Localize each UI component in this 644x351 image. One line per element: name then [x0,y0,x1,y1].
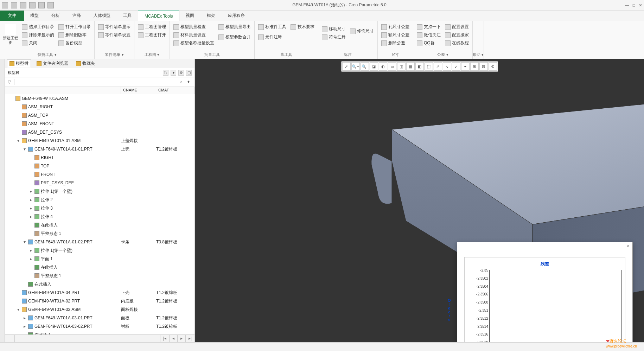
ribbon-smallbtn[interactable]: 技术要求 [291,23,314,31]
tree-row[interactable]: ASM_RIGHT [5,103,195,111]
ribbon-smallbtn[interactable]: 孔尺寸公差 [381,23,409,31]
filter-icon[interactable]: ▽ [8,79,13,84]
search-clear-icon[interactable]: × [179,79,184,84]
tree-tool-2-icon[interactable]: ▾ [171,70,176,76]
view-tool-12-icon[interactable]: ↙ [452,62,460,71]
ribbon-smallbtn[interactable]: 零件清单设置 [98,31,130,39]
tree-row[interactable]: ▾GEM-F649-WT01A-01.ASM上盖焊接 [5,136,195,145]
ribbon-smallbtn[interactable]: 工程图管理 [138,23,166,31]
ribbon-smallbtn[interactable]: 元件注释 [258,33,286,41]
view-tool-11-icon[interactable]: ↘ [443,62,451,71]
tree-row[interactable]: 在此插入 [5,263,195,272]
tree-row[interactable]: ▸拉伸 2 [5,196,195,204]
3d-viewport[interactable]: ⤢🔍+🔍-◪◐▭◫▦◧⬚↗↘↙✦⊞⊡⟲ [195,59,644,342]
ribbon-smallbtn[interactable]: 轴尺寸公差 [381,31,409,39]
menu-item-7[interactable]: 框架 [200,11,222,21]
ribbon-smallbtn[interactable]: 符号注释 [322,33,346,41]
expander-icon[interactable]: ▸ [29,214,33,219]
tree-row[interactable]: ▸GEM-F649-WT01A-03-01.PRT面板T1.2镀锌板 [5,314,195,322]
bottom-tab-1[interactable] [5,335,15,342]
sidebar-tab-1[interactable]: 文件夹浏览器 [34,60,70,67]
tree-row[interactable]: ASM_TOP [5,111,195,120]
menu-item-1[interactable]: 分析 [45,11,66,21]
expander-icon[interactable]: ▸ [23,315,27,320]
tree-row[interactable]: ▸拉伸 1(第一个壁) [5,187,195,196]
ribbon-smallbtn[interactable]: 零件清单显示 [98,23,130,31]
ribbon-smallbtn[interactable]: 配置设置 [445,23,469,31]
ribbon-smallbtn[interactable]: 备份模型 [58,39,91,47]
tree-row[interactable]: FRONT [5,170,195,179]
menu-file[interactable]: 文件 [0,11,24,21]
view-tool-2-icon[interactable]: 🔍- [361,62,369,71]
ribbon-smallbtn[interactable]: 工程图打开 [138,31,166,39]
maximize-icon[interactable]: □ [633,3,635,8]
tree-row[interactable]: ▸平面 1 [5,255,195,263]
ribbon-smallbtn[interactable]: 关闭 [22,39,54,47]
tree-row[interactable]: GEM-F649-WT01A-02.PRT内底板T1.2镀锌板 [5,297,195,305]
view-tool-14-icon[interactable]: ⊞ [470,62,479,71]
tree-row[interactable]: RIGHT [5,153,195,162]
menu-item-0[interactable]: 模型 [24,11,45,21]
tree-row[interactable]: ▸GEM-F649-WT01A-03-02.PRT衬板T1.2镀锌板 [5,322,195,331]
view-tool-9-icon[interactable]: ⬚ [425,62,433,71]
expander-icon[interactable]: ▸ [29,206,33,211]
ribbon-smallbtn[interactable]: 材料批量设置 [173,31,214,39]
ribbon-smallbtn[interactable]: 选择工作目录 [22,23,54,31]
view-tool-4-icon[interactable]: ◐ [379,62,387,71]
ribbon-smallbtn[interactable]: 标准件工具 [258,23,286,31]
expander-icon[interactable]: ▾ [23,240,27,244]
view-tool-0-icon[interactable]: ⤢ [342,62,351,71]
view-tool-13-icon[interactable]: ✦ [461,62,470,71]
menu-item-2[interactable]: 注释 [66,11,87,21]
qat-regen-icon[interactable] [29,2,36,8]
tree-row[interactable]: 在此插入 [5,280,195,288]
qat-redo-icon[interactable] [20,2,26,8]
qat-windows-icon[interactable] [38,2,45,8]
tree-row[interactable]: PRT_CSYS_DEF [5,179,195,187]
ribbon-smallbtn[interactable]: 模型批量导出 [218,23,251,31]
view-tool-7-icon[interactable]: ▦ [406,62,415,71]
expander-icon[interactable]: ▾ [16,138,20,143]
tree-row[interactable]: ASM_DEF_CSYS [5,128,195,136]
view-tool-8-icon[interactable]: ◧ [415,62,424,71]
view-tool-1-icon[interactable]: 🔍+ [351,62,360,71]
menu-item-8[interactable]: 应用程序 [222,11,251,21]
tree-row[interactable]: ▸拉伸 1(第一个壁) [5,246,195,255]
tree-row[interactable]: TOP [5,162,195,170]
tree-row[interactable]: ASM_FRONT [5,120,195,128]
view-tool-16-icon[interactable]: ⟲ [489,62,497,71]
ribbon-smallbtn[interactable]: 修饰尺寸 [350,27,374,35]
expander-icon[interactable]: ▸ [29,248,33,253]
tree-row[interactable]: GEM-F649-WT01A.ASM [5,94,195,103]
expander-icon[interactable]: ▸ [29,256,33,261]
menu-item-5[interactable]: MCADEx Tools [138,11,179,21]
tree-tool-4-icon[interactable]: ◫ [186,70,192,76]
tree-row[interactable]: 在此插入 [5,221,195,229]
dialog-close-icon[interactable]: × [627,243,630,249]
menu-item-3[interactable]: 人体模型 [87,11,117,21]
qat-close-icon[interactable] [47,2,54,8]
expander-icon[interactable]: ▾ [23,147,27,152]
tree-row[interactable]: 平整形态 1 [5,272,195,280]
qat-save-icon[interactable] [2,2,8,8]
ribbon-smallbtn[interactable]: 抹除未显示的 [22,31,54,39]
tree-row[interactable]: GEM-F649-WT01A-04.PRT下壳T1.2镀锌板 [5,288,195,297]
menu-item-6[interactable]: 视图 [179,11,200,21]
view-tool-3-icon[interactable]: ◪ [370,62,378,71]
view-tool-5-icon[interactable]: ▭ [388,62,396,71]
tree-tool-3-icon[interactable]: ⚙ [178,70,184,76]
ribbon-smallbtn[interactable]: 在线教程 [445,39,469,47]
ribbon-smallbtn[interactable]: 删除旧版本 [58,31,91,39]
ribbon-smallbtn[interactable]: 配置搬家 [445,31,469,39]
sidebar-tab-2[interactable]: 收藏夹 [74,60,97,67]
view-tool-6-icon[interactable]: ◫ [397,62,406,71]
bottom-arrow[interactable]: |◂ [160,335,169,342]
view-tool-15-icon[interactable]: ⊡ [479,62,488,71]
expander-icon[interactable]: ▸ [29,189,33,194]
ribbon-smallbtn[interactable]: 支持一下 [417,23,441,31]
expander-icon[interactable]: ▾ [16,307,20,312]
close-icon[interactable]: ✕ [639,3,642,8]
ribbon-smallbtn[interactable]: 移动尺寸 [322,25,346,33]
ribbon-smallbtn[interactable]: 删除公差 [381,39,409,47]
tree-row[interactable]: 平整形态 1 [5,229,195,238]
